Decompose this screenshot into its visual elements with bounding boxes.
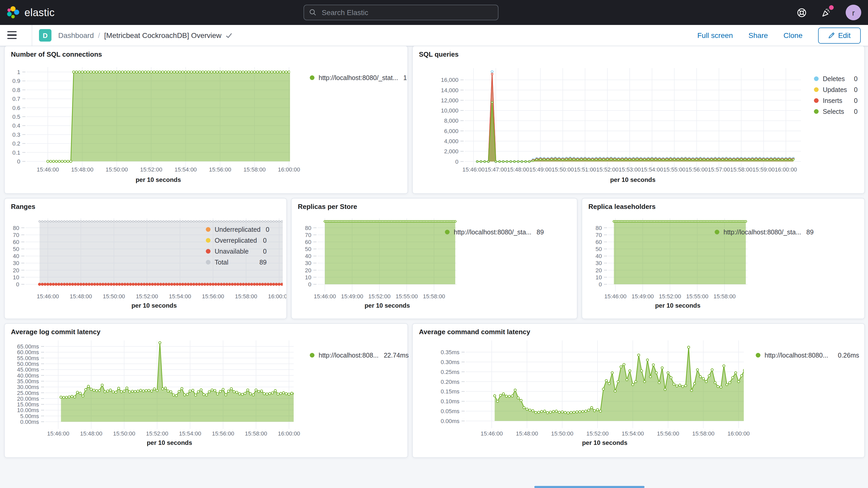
svg-text:15:58:00: 15:58:00: [245, 430, 267, 437]
panel-title: Average log commit latency: [11, 328, 100, 336]
legend: http://localhost:8080/_sta...89: [715, 226, 807, 238]
sql-queries-chart[interactable]: 16,00014,00012,00010,0008,0006,0004,0002…: [413, 46, 864, 193]
svg-text:15:55:00: 15:55:00: [396, 293, 418, 300]
pencil-icon: [828, 32, 835, 39]
svg-text:15:57:00: 15:57:00: [708, 166, 730, 173]
panel-title: Replicas per Store: [298, 203, 357, 211]
panel-sql-connections: Number of SQL connections 10.90.80.70.60…: [4, 46, 408, 194]
clone-button[interactable]: Clone: [783, 31, 803, 39]
panel-replica-leaseholders: Replica leaseholders 8070605040302010015…: [582, 198, 865, 319]
svg-text:0.7: 0.7: [12, 96, 20, 102]
legend-item[interactable]: http://localhost:8080/_sta...89: [715, 226, 807, 238]
svg-text:0.5: 0.5: [12, 114, 20, 120]
svg-text:15:54:00: 15:54:00: [175, 166, 197, 173]
news-feed-icon[interactable]: [821, 7, 832, 18]
svg-text:30.00ms: 30.00ms: [17, 384, 39, 390]
svg-text:15:50:00: 15:50:00: [113, 430, 135, 437]
svg-text:15:50:00: 15:50:00: [552, 166, 574, 173]
breadcrumb: Dashboard / [Metricbeat CockroachDB] Ove…: [58, 25, 232, 46]
svg-text:15:58:00: 15:58:00: [244, 166, 266, 173]
x-axis-title: per 10 seconds: [466, 439, 744, 447]
svg-text:0: 0: [455, 158, 458, 165]
svg-text:20: 20: [305, 267, 311, 274]
legend-item[interactable]: http://localhost:808...22.74ms: [310, 350, 403, 361]
svg-text:0: 0: [308, 281, 311, 288]
legend-item[interactable]: http://localhost:8080...0.26ms: [756, 350, 859, 361]
check-icon[interactable]: [225, 32, 232, 39]
horizontal-scrollbar[interactable]: [534, 486, 645, 488]
elastic-logo[interactable]: [6, 6, 20, 19]
breadcrumb-dashboard-link[interactable]: Dashboard: [58, 31, 94, 39]
svg-text:0.05ms: 0.05ms: [441, 408, 460, 415]
svg-text:60: 60: [305, 239, 311, 245]
panel-command-commit-latency: Average command commit latency 0.35ms0.3…: [412, 323, 865, 458]
brand-name: elastic: [24, 6, 55, 19]
svg-text:40: 40: [596, 253, 602, 259]
legend-item[interactable]: Unavailable0: [206, 246, 267, 257]
svg-text:80: 80: [305, 225, 311, 231]
svg-text:0: 0: [16, 281, 19, 288]
sql-connections-chart[interactable]: 10.90.80.70.60.50.40.30.20.1015:46:0015:…: [5, 46, 407, 193]
svg-text:0: 0: [17, 158, 20, 165]
replicas-per-store-chart[interactable]: 8070605040302010015:46:0015:49:0015:52:0…: [291, 199, 577, 318]
edit-button[interactable]: Edit: [818, 27, 861, 43]
panel-log-commit-latency: Average log commit latency 65.00ms60.00m…: [4, 323, 408, 458]
replica-leaseholders-chart[interactable]: 8070605040302010015:46:0015:49:0015:52:0…: [582, 199, 864, 318]
svg-text:15:52:00: 15:52:00: [146, 430, 168, 437]
dashboard-toolbar: D Dashboard / [Metricbeat CockroachDB] O…: [0, 25, 868, 46]
legend-item[interactable]: Inserts0: [814, 95, 858, 106]
dashboard-app-badge[interactable]: D: [39, 29, 52, 41]
svg-text:40.00ms: 40.00ms: [17, 372, 39, 379]
command-commit-latency-chart[interactable]: 0.35ms0.30ms0.25ms0.20ms0.15ms0.10ms0.05…: [413, 324, 864, 457]
svg-text:80: 80: [596, 225, 602, 231]
panel-title: Average command commit latency: [419, 328, 530, 336]
svg-text:30: 30: [13, 260, 19, 266]
legend-dot: [715, 230, 719, 234]
svg-text:15:56:00: 15:56:00: [209, 166, 231, 173]
svg-text:0: 0: [599, 281, 602, 288]
svg-text:16:00:00: 16:00:00: [268, 293, 286, 300]
legend-item[interactable]: Total89: [206, 257, 267, 268]
svg-text:15:53:00: 15:53:00: [619, 166, 641, 173]
legend-item[interactable]: Deletes0: [814, 73, 858, 84]
svg-text:0.3: 0.3: [12, 131, 20, 138]
legend: http://localhost:8080/_stat...1: [310, 72, 402, 83]
svg-text:15:52:00: 15:52:00: [659, 293, 681, 300]
kibana-dashboard: elastic r D Dashboard / [Metricbeat Cock…: [0, 0, 868, 488]
panel-title: Replica leaseholders: [588, 203, 656, 211]
svg-text:20: 20: [596, 267, 602, 274]
legend: http://localhost:8080/_sta...89: [445, 226, 537, 238]
legend-item[interactable]: Selects0: [814, 106, 858, 117]
svg-text:0.2: 0.2: [12, 140, 20, 147]
legend-item[interactable]: Overreplicated0: [206, 235, 267, 246]
svg-text:15:46:00: 15:46:00: [604, 293, 627, 300]
help-icon[interactable]: [796, 7, 807, 18]
legend-item[interactable]: Underreplicated0: [206, 224, 267, 235]
search-input[interactable]: [321, 8, 498, 17]
svg-text:15:48:00: 15:48:00: [70, 293, 92, 300]
menu-icon[interactable]: [7, 31, 17, 39]
svg-text:0.00ms: 0.00ms: [20, 419, 39, 425]
share-button[interactable]: Share: [748, 31, 768, 39]
legend-item[interactable]: http://localhost:8080/_stat...1: [310, 72, 402, 83]
svg-text:15:52:00: 15:52:00: [596, 166, 619, 173]
svg-text:15:46:00: 15:46:00: [37, 166, 59, 173]
legend-item[interactable]: http://localhost:8080/_sta...89: [445, 226, 537, 238]
svg-text:0.6: 0.6: [12, 105, 20, 111]
svg-text:15:52:00: 15:52:00: [586, 430, 609, 437]
svg-text:15:58:00: 15:58:00: [423, 293, 445, 300]
log-commit-latency-chart[interactable]: 65.00ms60.00ms55.00ms50.00ms45.00ms40.00…: [5, 324, 407, 457]
svg-text:15:58:00: 15:58:00: [235, 293, 257, 300]
svg-text:0.35ms: 0.35ms: [441, 349, 460, 356]
legend-item[interactable]: Updates0: [814, 84, 858, 95]
global-search[interactable]: [304, 5, 498, 20]
user-avatar[interactable]: r: [846, 5, 861, 20]
svg-text:0.10ms: 0.10ms: [441, 398, 460, 404]
svg-text:15:56:00: 15:56:00: [657, 430, 679, 437]
svg-text:0.20ms: 0.20ms: [441, 378, 460, 385]
full-screen-button[interactable]: Full screen: [697, 31, 733, 39]
svg-text:15:46:00: 15:46:00: [37, 293, 59, 300]
svg-text:25.00ms: 25.00ms: [17, 390, 39, 396]
x-axis-title: per 10 seconds: [465, 176, 801, 183]
svg-text:16:00:00: 16:00:00: [278, 166, 300, 173]
